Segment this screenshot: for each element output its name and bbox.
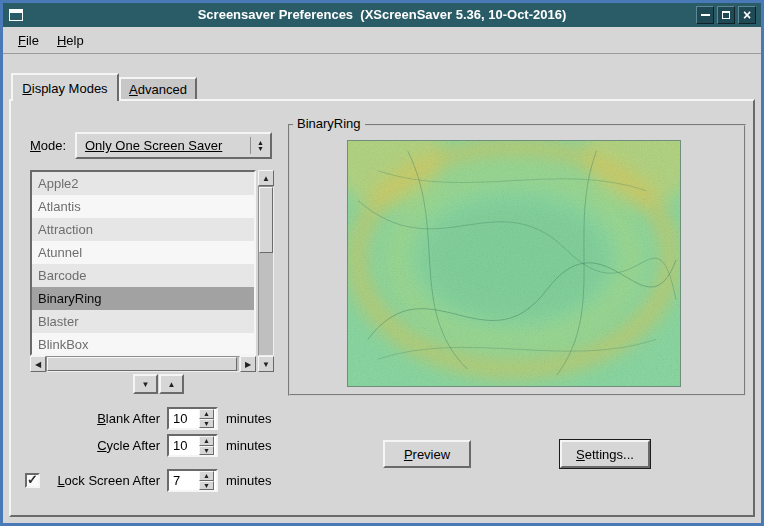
down-arrow-icon: ▼ bbox=[142, 380, 150, 389]
saver-list-vscrollbar: ▲ ▼ bbox=[258, 170, 274, 372]
menu-help[interactable]: Help bbox=[48, 30, 93, 51]
cycle-after-label: Cycle After bbox=[30, 434, 160, 457]
saver-list-item[interactable]: Atunnel bbox=[32, 241, 254, 264]
preview-image bbox=[347, 140, 681, 387]
minimize-button[interactable] bbox=[696, 6, 714, 24]
down-arrow-icon: ▼ bbox=[203, 420, 210, 427]
previous-saver-button[interactable]: ▲ bbox=[159, 374, 184, 394]
lock-screen-checkbox[interactable]: ✓ bbox=[25, 473, 40, 488]
minimize-icon bbox=[701, 14, 710, 16]
cycle-after-unit: minutes bbox=[226, 434, 272, 457]
mode-value: Only One Screen Saver bbox=[85, 138, 246, 153]
lock-after-increment[interactable]: ▲ bbox=[199, 471, 214, 481]
menu-file[interactable]: File bbox=[9, 30, 48, 51]
saver-list-item[interactable]: BlinkBox bbox=[32, 333, 254, 356]
saver-list-item[interactable]: Attraction bbox=[32, 218, 254, 241]
cycle-after-spinbox: ▲ ▼ bbox=[167, 434, 218, 457]
hscroll-thumb[interactable] bbox=[47, 357, 237, 371]
left-arrow-icon: ◀ bbox=[35, 360, 41, 369]
down-arrow-icon: ▼ bbox=[203, 447, 210, 454]
cycle-after-steppers: ▲ ▼ bbox=[199, 436, 214, 455]
vscroll-thumb[interactable] bbox=[259, 187, 273, 253]
maximize-icon bbox=[722, 11, 730, 19]
menubar: File Help bbox=[3, 27, 761, 54]
up-arrow-icon: ▲ bbox=[168, 380, 176, 389]
blank-after-input[interactable] bbox=[169, 409, 199, 428]
lock-after-unit: minutes bbox=[226, 469, 272, 492]
saver-list-item[interactable]: Apple2 bbox=[32, 172, 254, 195]
mode-label: Mode: bbox=[30, 132, 66, 159]
saver-list-item[interactable]: Atlantis bbox=[32, 195, 254, 218]
titlebar-buttons: × bbox=[696, 6, 756, 24]
right-arrow-icon: ▶ bbox=[245, 360, 251, 369]
tab-advanced[interactable]: Advanced bbox=[119, 77, 197, 99]
down-arrow-icon: ▼ bbox=[262, 360, 270, 369]
scroll-left-button[interactable]: ◀ bbox=[30, 356, 46, 372]
down-arrow-icon: ▼ bbox=[257, 146, 264, 151]
check-icon: ✓ bbox=[27, 473, 38, 486]
blank-after-decrement[interactable]: ▼ bbox=[199, 419, 214, 429]
window-title: Screensaver Preferences (XScreenSaver 5.… bbox=[3, 3, 761, 27]
lock-after-steppers: ▲ ▼ bbox=[199, 471, 214, 490]
hscroll-trough[interactable] bbox=[46, 356, 240, 372]
blank-after-steppers: ▲ ▼ bbox=[199, 409, 214, 428]
titlebar[interactable]: Screensaver Preferences (XScreenSaver 5.… bbox=[3, 3, 761, 27]
dropdown-arrows-icon: ▲ ▼ bbox=[250, 137, 264, 154]
saver-list-hscrollbar: ◀ ▶ bbox=[30, 356, 256, 372]
scroll-right-button[interactable]: ▶ bbox=[240, 356, 256, 372]
scroll-down-button[interactable]: ▼ bbox=[258, 356, 274, 372]
next-saver-button[interactable]: ▼ bbox=[133, 374, 158, 394]
frame-label: BinaryRing bbox=[293, 116, 365, 131]
blank-after-increment[interactable]: ▲ bbox=[199, 409, 214, 419]
preview-button[interactable]: Preview bbox=[383, 440, 471, 468]
vscroll-trough[interactable] bbox=[258, 186, 274, 356]
scroll-up-button[interactable]: ▲ bbox=[258, 170, 274, 186]
lock-after-decrement[interactable]: ▼ bbox=[199, 481, 214, 491]
blank-after-label: Blank After bbox=[30, 407, 160, 430]
cycle-after-decrement[interactable]: ▼ bbox=[199, 446, 214, 456]
lock-after-input[interactable] bbox=[169, 471, 199, 490]
lock-after-spinbox: ▲ ▼ bbox=[167, 469, 218, 492]
close-icon: × bbox=[743, 8, 751, 22]
mode-select[interactable]: Only One Screen Saver ▲ ▼ bbox=[75, 132, 272, 159]
up-arrow-icon: ▲ bbox=[203, 437, 210, 444]
close-button[interactable]: × bbox=[738, 6, 756, 24]
cycle-after-increment[interactable]: ▲ bbox=[199, 436, 214, 446]
up-arrow-icon: ▲ bbox=[203, 410, 210, 417]
saver-list-item[interactable]: Barcode bbox=[32, 264, 254, 287]
saver-list-item[interactable]: Blaster bbox=[32, 310, 254, 333]
tab-display-modes[interactable]: Display Modes bbox=[11, 73, 119, 101]
blank-after-unit: minutes bbox=[226, 407, 272, 430]
up-arrow-icon: ▲ bbox=[262, 174, 270, 183]
xscreensaver-window: Screensaver Preferences (XScreenSaver 5.… bbox=[0, 0, 764, 526]
cycle-after-input[interactable] bbox=[169, 436, 199, 455]
up-arrow-icon: ▲ bbox=[203, 472, 210, 479]
saver-list-item[interactable]: BinaryRing bbox=[32, 287, 254, 310]
maximize-button[interactable] bbox=[717, 6, 735, 24]
saver-list[interactable]: Apple2AtlantisAttractionAtunnelBarcodeBi… bbox=[30, 170, 256, 356]
preview-art bbox=[348, 141, 680, 386]
settings-button[interactable]: Settings... bbox=[560, 440, 650, 468]
blank-after-spinbox: ▲ ▼ bbox=[167, 407, 218, 430]
down-arrow-icon: ▼ bbox=[203, 482, 210, 489]
lock-after-label: Lock Screen After bbox=[44, 469, 160, 492]
